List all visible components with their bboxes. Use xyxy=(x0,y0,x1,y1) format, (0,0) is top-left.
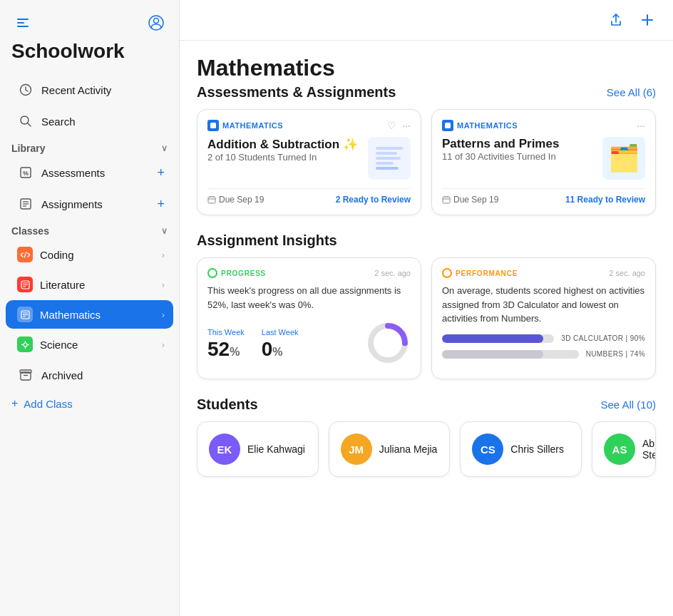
sidebar-item-science[interactable]: Science › xyxy=(6,330,173,359)
sidebar-item-mathematics[interactable]: Mathematics › xyxy=(6,300,173,329)
perf-bar-label-1: 3D CALCULATOR | 90% xyxy=(561,334,645,342)
card-2-actions: ··· xyxy=(637,120,645,131)
student-card-3[interactable]: CS Chris Sillers xyxy=(460,421,582,477)
sidebar-item-search[interactable]: Search xyxy=(6,106,173,136)
perf-bar-track-1 xyxy=(442,334,554,343)
archived-label: Archived xyxy=(41,369,165,381)
last-week-label: Last Week xyxy=(262,328,299,337)
students-section-header: Students See All (10) xyxy=(197,396,656,413)
progress-badge: PROGRESS xyxy=(207,268,266,278)
add-assessment-button[interactable]: + xyxy=(157,165,165,180)
classes-chevron-icon: ∨ xyxy=(161,226,168,236)
perf-bar-label-2: NUMBERS | 74% xyxy=(586,350,645,358)
perf-bar-row-1: 3D CALCULATOR | 90% xyxy=(442,334,645,343)
performance-dot-icon xyxy=(442,268,452,278)
card-1-subject: MATHEMATICS xyxy=(207,120,283,131)
card-1-due-text: Due Sep 19 xyxy=(219,195,264,205)
app-title: Schoolwork xyxy=(0,40,179,74)
card-1-heart-icon[interactable]: ♡ xyxy=(387,120,396,131)
mathematics-icon xyxy=(17,307,33,322)
coding-chevron-icon: › xyxy=(162,250,165,260)
this-week-label: This Week xyxy=(207,328,245,337)
performance-time: 2 sec. ago xyxy=(609,269,645,277)
card-1-subject-icon xyxy=(207,120,219,131)
export-icon xyxy=(609,13,623,27)
progress-insight-header: PROGRESS 2 sec. ago xyxy=(207,268,411,278)
archived-icon xyxy=(17,366,34,384)
search-icon xyxy=(17,113,34,130)
insights-section: Assignment Insights PROGRESS 2 sec. ago … xyxy=(197,232,656,379)
card-1-more-icon[interactable]: ··· xyxy=(402,120,411,131)
sidebar-item-literature[interactable]: Literature › xyxy=(6,270,173,299)
see-all-students-link[interactable]: See All (10) xyxy=(600,399,656,411)
last-week-value: 0% xyxy=(262,338,299,361)
student-avatar-3: CS xyxy=(472,433,503,465)
sidebar-top-bar xyxy=(0,0,179,40)
library-chevron-icon: ∨ xyxy=(161,143,168,153)
sidebar-item-assessments[interactable]: % Assessments + xyxy=(6,158,173,188)
student-avatar-1: EK xyxy=(209,433,240,465)
progress-donut xyxy=(365,320,411,369)
search-label: Search xyxy=(41,115,165,128)
sidebar-item-assignments[interactable]: Assignments + xyxy=(6,189,173,219)
student-card-1[interactable]: EK Elie Kahwagi xyxy=(197,421,319,477)
student-name-1: Elie Kahwagi xyxy=(247,443,305,455)
card-2-title: Patterns and Primes xyxy=(442,137,559,151)
classes-label: Classes xyxy=(11,225,49,237)
add-icon xyxy=(640,13,654,27)
add-assignment-button[interactable]: + xyxy=(157,197,165,212)
students-grid: EK Elie Kahwagi JM Juliana Mejia CS Chri… xyxy=(197,421,656,477)
performance-text: On average, students scored highest on a… xyxy=(442,284,645,326)
assignments-icon xyxy=(17,195,34,212)
student-card-4-partial[interactable]: AS AbbiStein xyxy=(592,421,656,477)
svg-line-14 xyxy=(24,252,26,258)
assignment-cards-grid: MATHEMATICS ♡ ··· Addition & Subtraction… xyxy=(197,109,656,215)
student-name-4: AbbiStein xyxy=(642,438,656,461)
mathematics-label: Mathematics xyxy=(40,309,155,321)
card-2-subject: MATHEMATICS xyxy=(442,120,518,131)
assessments-section: Assessments & Assignments See All (6) MA… xyxy=(197,84,656,215)
page-title: Mathematics xyxy=(197,55,656,81)
progress-text: This week's progress on all due assignme… xyxy=(207,284,411,312)
recent-activity-icon xyxy=(17,81,34,98)
science-label: Science xyxy=(40,339,155,351)
see-all-assignments-link[interactable]: See All (6) xyxy=(607,86,656,98)
calendar-icon-2 xyxy=(442,195,451,204)
card-1-content: Addition & Subtraction ✨ 2 of 10 Student… xyxy=(207,137,411,180)
student-card-2[interactable]: JM Juliana Mejia xyxy=(329,421,451,477)
this-week-value: 52% xyxy=(207,338,245,361)
sidebar-item-archived[interactable]: Archived xyxy=(6,360,173,390)
assignment-card-2[interactable]: MATHEMATICS ··· Patterns and Primes 11 o… xyxy=(431,109,656,215)
main-body: Mathematics Assessments & Assignments Se… xyxy=(180,41,673,616)
insights-section-title: Assignment Insights xyxy=(197,232,337,249)
profile-button[interactable] xyxy=(145,11,168,34)
add-class-plus-icon: + xyxy=(11,397,18,410)
card-2-text: Patterns and Primes 11 of 30 Activities … xyxy=(442,137,559,162)
thumb-line-4 xyxy=(376,162,394,165)
card-2-more-icon[interactable]: ··· xyxy=(637,120,645,131)
library-section-header[interactable]: Library ∨ xyxy=(0,137,179,157)
export-button[interactable] xyxy=(605,9,627,31)
sidebar-item-coding[interactable]: Coding › xyxy=(6,240,173,269)
sidebar-toggle-button[interactable] xyxy=(11,11,34,34)
assignment-card-1[interactable]: MATHEMATICS ♡ ··· Addition & Subtraction… xyxy=(197,109,421,215)
add-button[interactable] xyxy=(636,9,659,31)
perf-bar-track-2 xyxy=(442,350,579,359)
progress-time: 2 sec. ago xyxy=(374,269,411,277)
card-2-content: Patterns and Primes 11 of 30 Activities … xyxy=(442,137,645,180)
add-class-button[interactable]: + Add Class xyxy=(0,391,179,416)
perf-bar-fill-1 xyxy=(442,334,543,343)
performance-insight-card[interactable]: PERFORMANCE 2 sec. ago On average, stude… xyxy=(431,257,656,379)
svg-rect-1 xyxy=(17,22,24,24)
this-week-stat: This Week 52% xyxy=(207,328,245,361)
sidebar-item-recent-activity[interactable]: Recent Activity xyxy=(6,75,173,105)
recent-activity-label: Recent Activity xyxy=(41,84,165,96)
student-avatar-2: JM xyxy=(341,433,372,465)
library-label: Library xyxy=(11,143,45,154)
card-2-top: MATHEMATICS ··· xyxy=(442,120,645,131)
classes-section-header[interactable]: Classes ∨ xyxy=(0,220,179,240)
main-content: Mathematics Assessments & Assignments Se… xyxy=(180,0,673,616)
card-2-due: Due Sep 19 xyxy=(442,195,498,205)
svg-rect-38 xyxy=(445,123,451,128)
progress-insight-card[interactable]: PROGRESS 2 sec. ago This week's progress… xyxy=(197,257,421,379)
